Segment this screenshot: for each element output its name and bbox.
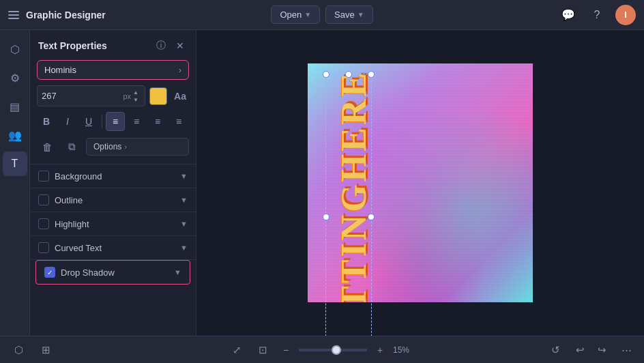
align-justify-button[interactable]: ≡ — [169, 112, 188, 131]
undo-redo-group: ↩ ↪ — [570, 340, 611, 360]
layers-icon[interactable]: ⬡ — [8, 340, 29, 360]
canvas-area[interactable]: GETTINGHERE — [196, 30, 644, 336]
accordion-drop-shadow: Drop Shadow ▼ — [30, 259, 196, 285]
outline-label: Outline — [55, 195, 175, 205]
font-name-label: Hominis — [44, 65, 179, 75]
bottom-left: ⬡ ⊞ — [8, 340, 220, 360]
curved-text-chevron-icon: ▼ — [180, 244, 188, 252]
app-title: Graphic Designer — [26, 10, 106, 20]
zoom-controls: − + 15% — [278, 343, 418, 358]
align-left-button[interactable]: ≡ — [106, 112, 125, 131]
curved-text-checkbox[interactable] — [38, 242, 49, 253]
align-right-button[interactable]: ≡ — [148, 112, 167, 131]
menu-icon[interactable] — [8, 11, 19, 19]
properties-panel: Text Properties ⓘ ✕ Hominis › 267 px ▲ ▼… — [30, 30, 196, 336]
font-size-row: 267 px ▲ ▼ Aa — [37, 85, 189, 106]
zoom-thumb[interactable] — [332, 345, 341, 355]
save-button[interactable]: Save ▼ — [325, 5, 373, 24]
grid-icon[interactable]: ⊞ — [35, 340, 56, 360]
panel-header: Text Properties ⓘ ✕ — [30, 30, 196, 60]
icon-sidebar: ⬡ ⚙ ▤ 👥 T — [0, 30, 30, 336]
help-icon[interactable]: ? — [587, 5, 607, 25]
font-size-input[interactable]: 267 px ▲ ▼ — [37, 85, 145, 106]
panel-title: Text Properties — [38, 40, 149, 51]
crop-icon[interactable]: ⊡ — [252, 340, 273, 360]
highlight-checkbox[interactable] — [38, 218, 49, 229]
topbar-right: 💬 ? I — [373, 5, 636, 25]
format-separator — [102, 115, 102, 128]
font-size-value: 267 — [42, 91, 123, 101]
drop-shadow-label: Drop Shadow — [61, 267, 169, 278]
topbar-center: Open ▼ Save ▼ — [271, 5, 372, 24]
zoom-slider[interactable] — [299, 349, 367, 351]
font-size-stepper[interactable]: ▲ ▼ — [131, 89, 141, 103]
accordions-container: Background ▼ Outline ▼ Highlight ▼ — [30, 164, 196, 285]
sidebar-item-text[interactable]: T — [3, 151, 27, 176]
accordion-outline: Outline ▼ — [30, 188, 196, 212]
accordion-background-header[interactable]: Background ▼ — [30, 164, 196, 188]
canvas-content: GETTINGHERE — [308, 63, 533, 302]
refresh-icon[interactable]: ↺ — [546, 340, 565, 360]
accordion-outline-header[interactable]: Outline ▼ — [30, 188, 196, 212]
undo-button[interactable]: ↩ — [570, 340, 589, 360]
close-icon[interactable]: ✕ — [173, 38, 188, 53]
align-center-button[interactable]: ≡ — [127, 112, 146, 131]
sidebar-item-shapes[interactable]: ⬡ — [3, 37, 27, 61]
bottom-center: ⤢ ⊡ − + 15% — [226, 340, 418, 360]
topbar: Graphic Designer Open ▼ Save ▼ 💬 ? I — [0, 0, 644, 30]
duplicate-icon[interactable]: ⧉ — [61, 136, 82, 157]
sidebar-item-filter[interactable]: ⚙ — [3, 66, 27, 90]
topbar-left: Graphic Designer — [8, 10, 271, 20]
redo-button[interactable]: ↪ — [592, 340, 611, 360]
bottom-bar: ⬡ ⊞ ⤢ ⊡ − + 15% ↺ ↩ ↪ ⋯ — [0, 336, 644, 363]
accordion-highlight: Highlight ▼ — [30, 212, 196, 235]
canvas-image: GETTINGHERE — [308, 63, 533, 302]
underline-button[interactable]: U — [79, 112, 98, 131]
font-chevron-icon: › — [179, 66, 181, 75]
highlight-chevron-icon: ▼ — [180, 220, 188, 228]
open-chevron-icon: ▼ — [304, 11, 311, 18]
bold-button[interactable]: B — [37, 112, 56, 131]
accordion-drop-shadow-header[interactable]: Drop Shadow ▼ — [35, 260, 190, 285]
main-area: ⬡ ⚙ ▤ 👥 T Text Properties ⓘ ✕ Hominis › … — [0, 30, 644, 336]
highlight-label: Highlight — [55, 219, 175, 229]
sidebar-item-layers[interactable]: ▤ — [3, 94, 27, 119]
background-chevron-icon: ▼ — [180, 172, 188, 180]
accordion-curved-text: Curved Text ▼ — [30, 235, 196, 259]
stepper-down[interactable]: ▼ — [131, 96, 141, 103]
open-button[interactable]: Open ▼ — [271, 5, 320, 24]
user-avatar[interactable]: I — [615, 5, 636, 25]
actions-row: 🗑 ⧉ Options › — [37, 136, 189, 157]
save-chevron-icon: ▼ — [357, 11, 364, 18]
format-row: B I U ≡ ≡ ≡ ≡ — [37, 112, 189, 131]
delete-icon[interactable]: 🗑 — [37, 136, 57, 157]
drop-shadow-checkbox[interactable] — [44, 267, 55, 278]
options-button[interactable]: Options › — [86, 138, 189, 156]
accordion-highlight-header[interactable]: Highlight ▼ — [30, 212, 196, 235]
info-icon[interactable]: ⓘ — [153, 38, 169, 53]
bottom-right: ↺ ↩ ↪ ⋯ — [424, 340, 636, 360]
outline-checkbox[interactable] — [38, 194, 49, 205]
canvas-text: GETTINGHERE — [334, 70, 374, 302]
italic-button[interactable]: I — [58, 112, 77, 131]
background-label: Background — [55, 171, 175, 182]
curved-text-label: Curved Text — [55, 243, 175, 253]
accordion-curved-text-header[interactable]: Curved Text ▼ — [30, 236, 196, 259]
accordion-background: Background ▼ — [30, 164, 196, 188]
font-size-unit: px — [123, 92, 131, 100]
font-color-swatch[interactable] — [149, 87, 167, 105]
stepper-up[interactable]: ▲ — [131, 89, 141, 96]
fit-screen-icon[interactable]: ⤢ — [226, 340, 247, 360]
zoom-percent: 15% — [393, 345, 418, 355]
sidebar-item-users[interactable]: 👥 — [3, 123, 27, 147]
drop-shadow-chevron-icon: ▼ — [174, 268, 181, 276]
zoom-out-icon[interactable]: − — [278, 343, 293, 358]
options-chevron-icon: › — [124, 143, 127, 151]
background-checkbox[interactable] — [38, 171, 49, 182]
more-options-icon[interactable]: ⋯ — [617, 340, 636, 360]
font-case-icon[interactable]: Aa — [171, 87, 189, 105]
outline-chevron-icon: ▼ — [180, 196, 188, 204]
chat-icon[interactable]: 💬 — [558, 5, 579, 25]
zoom-in-icon[interactable]: + — [372, 343, 387, 358]
font-selector[interactable]: Hominis › — [37, 60, 189, 80]
